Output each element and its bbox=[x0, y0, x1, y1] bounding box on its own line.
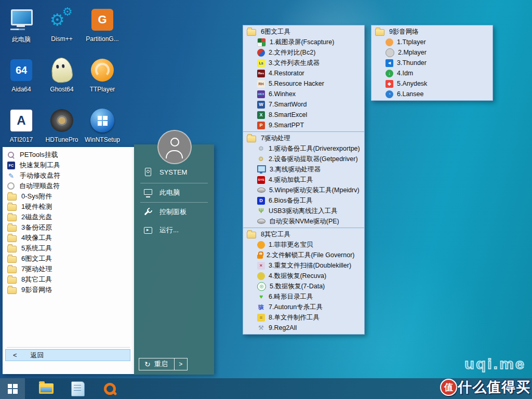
start-menu-item[interactable]: 9影音网络 bbox=[3, 285, 134, 295]
desktop-icon[interactable]: 64Aida64 bbox=[1, 54, 42, 104]
submenu-item[interactable]: 2.Mplayer bbox=[371, 47, 493, 58]
submenu-item[interactable]: ◄3.Thunder bbox=[371, 58, 493, 68]
file-explorer-icon bbox=[39, 383, 54, 394]
submenu-item[interactable]: W7.SmartWord bbox=[243, 99, 364, 110]
desktop-icon[interactable]: GPartitionG... bbox=[82, 3, 123, 54]
start-menu-item[interactable]: FC快速复制工具 bbox=[3, 160, 134, 170]
start-menu-item[interactable]: 自动理顺盘符 bbox=[3, 181, 134, 191]
submenu-group-header[interactable]: 9影音网络 bbox=[371, 26, 493, 37]
nav-item-run[interactable]: 运行... bbox=[143, 225, 179, 235]
submenu-item[interactable]: 2.文件对比(Bc2) bbox=[243, 47, 364, 58]
submenu-item[interactable]: ×3.重复文件扫描(Doublekiller) bbox=[243, 260, 364, 271]
submenu-item[interactable]: 1.截图录屏(Fscapture) bbox=[243, 37, 364, 47]
submenu-item[interactable]: 自动安装NVMe驱动(PE) bbox=[243, 216, 364, 227]
desktop-icon[interactable]: TTPlayer bbox=[82, 54, 123, 104]
submenu-group-header-label: 7驱动处理 bbox=[261, 134, 290, 143]
user-avatar[interactable] bbox=[157, 130, 192, 164]
nav-item-label: 控制面板 bbox=[159, 207, 187, 217]
ghost64-icon bbox=[51, 57, 72, 84]
submenu-item[interactable]: Res4.Restorator bbox=[243, 68, 364, 78]
submenu-item[interactable]: ⚒9.Reg2All bbox=[243, 323, 364, 333]
submenu-group-header[interactable]: 7驱动处理 bbox=[243, 133, 364, 143]
submenu-item[interactable]: 4.数据恢复(Recuva) bbox=[243, 271, 364, 281]
submenu-item[interactable]: ◆5.Anydesk bbox=[371, 78, 493, 89]
start-menu-item[interactable]: 3备份还原 bbox=[3, 222, 134, 233]
start-menu-item[interactable]: 0-Sys附件 bbox=[3, 191, 134, 202]
start-menu-item[interactable]: 2磁盘光盘 bbox=[3, 212, 134, 222]
folder-icon bbox=[7, 256, 17, 263]
submenu-item-label: 1.菲菲更名宝贝 bbox=[269, 241, 313, 249]
start-menu-item[interactable]: 5系统工具 bbox=[3, 243, 134, 254]
submenu-item[interactable]: RH5.Resource Hacker bbox=[243, 78, 364, 89]
submenu-item[interactable]: 骇7.Autorun专杀工具 bbox=[243, 302, 364, 312]
malformed-dir-icon: ♥ bbox=[257, 293, 265, 301]
submenu-item-label: 自动安装NVMe驱动(PE) bbox=[269, 217, 339, 226]
submenu-item[interactable]: ◎5.数据恢复(7-Data) bbox=[243, 281, 364, 291]
avatar-person-icon bbox=[170, 138, 179, 147]
start-menu-list: PETools挂载FC快速复制工具✎手动修改盘符自动理顺盘符0-Sys附件1硬件… bbox=[3, 150, 134, 295]
submenu-item[interactable]: ≡8.单文件制作工具 bbox=[243, 312, 364, 323]
taskbar bbox=[0, 378, 532, 399]
submenu-item[interactable]: 1.Ttplayer bbox=[371, 37, 493, 47]
back-button[interactable]: 返回 bbox=[5, 349, 130, 361]
desktop-icon[interactable]: Ghost64 bbox=[42, 54, 82, 104]
driver-load-icon: SYS bbox=[257, 176, 265, 184]
desktop-icon-label: Dism++ bbox=[51, 35, 72, 43]
usb3-inject-icon: Ψ bbox=[257, 207, 265, 215]
folder-icon bbox=[247, 136, 256, 142]
restart-more-arrow[interactable] bbox=[174, 358, 187, 370]
start-menu-item[interactable]: 7驱动处理 bbox=[3, 264, 134, 274]
submenu-item-label: 5.Winpe驱动安装工具(Mpeidrv) bbox=[269, 186, 360, 195]
submenu-item-label: 1.驱动备份工具(Driverexportpe) bbox=[269, 144, 360, 153]
taskbar-file-explorer[interactable] bbox=[36, 378, 57, 399]
submenu-item[interactable]: ◔6.Lansee bbox=[371, 89, 493, 99]
submenu-item-label: 9.SmartPPT bbox=[269, 122, 304, 129]
submenu-group-header[interactable]: 8其它工具 bbox=[243, 229, 364, 240]
submenu-item[interactable]: ⚙2.设备驱动提取器(Getpedriver) bbox=[243, 154, 364, 164]
submenu-item-label: 2.Mplayer bbox=[398, 49, 427, 56]
sevendata-recovery-icon: ◎ bbox=[257, 282, 266, 291]
submenu-item[interactable]: SYS4.驱动加载工具 bbox=[243, 175, 364, 185]
file-unlock-icon bbox=[257, 255, 263, 259]
nav-item-control-panel[interactable]: 控制面板 bbox=[143, 207, 187, 217]
partitionguru-icon: G bbox=[91, 9, 113, 31]
submenu-item[interactable]: 2.文件解锁工具(File Governor) bbox=[243, 250, 364, 260]
taskbar-notepad[interactable] bbox=[68, 378, 88, 399]
start-menu-item[interactable]: 1硬件检测 bbox=[3, 202, 134, 212]
submenu-item[interactable]: ΨUSB3驱动离线注入工具 bbox=[243, 206, 364, 216]
submenu-item[interactable]: Ls3.文件列表生成器 bbox=[243, 58, 364, 68]
start-button[interactable] bbox=[0, 378, 25, 399]
start-menu-item[interactable]: ✎手动修改盘符 bbox=[3, 170, 134, 181]
ttplayer-icon bbox=[91, 57, 114, 84]
submenu-group-header[interactable]: 6图文工具 bbox=[243, 26, 364, 37]
restart-button[interactable]: 重启 bbox=[139, 358, 188, 370]
windows-logo-icon bbox=[98, 116, 108, 126]
divider bbox=[7, 347, 130, 348]
submenu-item[interactable]: ↓4.Idm bbox=[371, 68, 493, 78]
desktop-icon[interactable]: ⚙⚙Dism++ bbox=[42, 3, 82, 54]
start-menu-item-label: 快速复制工具 bbox=[20, 161, 60, 170]
start-menu-item[interactable]: 6图文工具 bbox=[3, 254, 134, 264]
single-file-maker-icon: ≡ bbox=[257, 314, 265, 322]
submenu-item[interactable]: HEX6.Winhex bbox=[243, 89, 364, 99]
start-menu-item-label: 8其它工具 bbox=[21, 275, 52, 284]
submenu-item[interactable]: ⚙1.驱动备份工具(Driverexportpe) bbox=[243, 143, 364, 154]
thunder-icon: ◄ bbox=[385, 59, 393, 67]
submenu-item[interactable]: 5.Winpe驱动安装工具(Mpeidrv) bbox=[243, 185, 364, 195]
submenu-item[interactable]: 3.离线驱动处理器 bbox=[243, 164, 364, 175]
desktop-icon[interactable]: 此电脑 bbox=[1, 3, 42, 54]
taskbar-search[interactable] bbox=[99, 378, 120, 399]
nav-item-this-pc[interactable]: 此电脑 bbox=[143, 188, 180, 197]
nav-item-user-account[interactable]: SYSTEM bbox=[143, 167, 187, 177]
submenu-item[interactable]: 1.菲菲更名宝贝 bbox=[243, 240, 364, 250]
submenu-item[interactable]: D6.Bios备份工具 bbox=[243, 195, 364, 206]
submenu-item[interactable]: X8.SmartExcel bbox=[243, 110, 364, 120]
start-menu-item[interactable]: 8其它工具 bbox=[3, 274, 134, 285]
submenu-item-label: 3.离线驱动处理器 bbox=[270, 165, 321, 174]
folder-icon bbox=[375, 29, 384, 36]
submenu-item[interactable]: ♥6.畸形目录工具 bbox=[243, 291, 364, 302]
submenu-item[interactable]: P9.SmartPPT bbox=[243, 120, 364, 130]
start-menu-list-panel: PETools挂载FC快速复制工具✎手动修改盘符自动理顺盘符0-Sys附件1硬件… bbox=[3, 147, 134, 374]
start-menu-item[interactable]: 4映像工具 bbox=[3, 233, 134, 243]
start-menu-item[interactable]: PETools挂载 bbox=[3, 150, 134, 160]
